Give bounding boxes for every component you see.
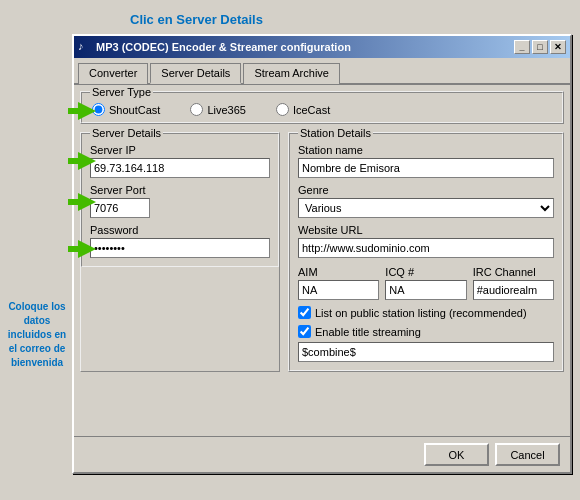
password-input[interactable] xyxy=(90,238,270,258)
genre-select[interactable]: VariousPopRockJazzClassicalElectronic xyxy=(298,198,554,218)
title-streaming-checkbox[interactable] xyxy=(298,325,311,338)
server-ip-label: Server IP xyxy=(90,144,270,156)
radio-icecast-label: IceCast xyxy=(293,104,330,116)
arrow-3 xyxy=(68,193,96,211)
annotation-title: Clic en Server Details xyxy=(130,12,263,27)
public-listing-label: List on public station listing (recommen… xyxy=(315,307,527,319)
icq-label: ICQ # xyxy=(385,266,466,278)
titlebar-title: MP3 (CODEC) Encoder & Streamer configura… xyxy=(96,41,351,53)
tab-stream-archive[interactable]: Stream Archive xyxy=(243,63,340,84)
irc-input[interactable] xyxy=(473,280,554,300)
genre-label: Genre xyxy=(298,184,554,196)
station-details-label: Station Details xyxy=(298,127,373,139)
irc-label: IRC Channel xyxy=(473,266,554,278)
server-details-label: Server Details xyxy=(90,127,163,139)
server-port-label: Server Port xyxy=(90,184,270,196)
aim-input[interactable] xyxy=(298,280,379,300)
radio-icecast[interactable] xyxy=(276,103,289,116)
cancel-button[interactable]: Cancel xyxy=(495,443,560,466)
station-name-label: Station name xyxy=(298,144,554,156)
annotation-side: Coloque los datos incluidos en el correo… xyxy=(6,300,68,370)
server-type-radio-group: ShoutCast Live365 IceCast xyxy=(92,103,552,116)
aim-label: AIM xyxy=(298,266,379,278)
ok-button[interactable]: OK xyxy=(424,443,489,466)
minimize-button[interactable]: _ xyxy=(514,40,530,54)
tab-converter[interactable]: Converter xyxy=(78,63,148,84)
arrow-2 xyxy=(68,152,96,170)
radio-live365[interactable] xyxy=(190,103,203,116)
station-name-input[interactable] xyxy=(298,158,554,178)
streaming-value-input[interactable] xyxy=(298,342,554,362)
tab-strip: Converter Server Details Stream Archive xyxy=(74,58,570,85)
arrow-1 xyxy=(68,102,96,120)
tab-server-details[interactable]: Server Details xyxy=(150,63,241,84)
server-ip-input[interactable] xyxy=(90,158,270,178)
maximize-button[interactable]: □ xyxy=(532,40,548,54)
dialog-window: ♪ MP3 (CODEC) Encoder & Streamer configu… xyxy=(72,34,572,474)
titlebar: ♪ MP3 (CODEC) Encoder & Streamer configu… xyxy=(74,36,570,58)
arrow-4 xyxy=(68,240,96,258)
title-streaming-label: Enable title streaming xyxy=(315,326,421,338)
icq-input[interactable] xyxy=(385,280,466,300)
title-icon: ♪ xyxy=(78,40,92,54)
url-input[interactable] xyxy=(298,238,554,258)
server-port-input[interactable] xyxy=(90,198,150,218)
url-label: Website URL xyxy=(298,224,554,236)
radio-shoutcast-label: ShoutCast xyxy=(109,104,160,116)
password-label: Password xyxy=(90,224,270,236)
radio-live365-label: Live365 xyxy=(207,104,246,116)
server-type-label: Server Type xyxy=(90,86,153,98)
bottom-bar: OK Cancel xyxy=(74,436,570,472)
close-button[interactable]: ✕ xyxy=(550,40,566,54)
public-listing-checkbox[interactable] xyxy=(298,306,311,319)
